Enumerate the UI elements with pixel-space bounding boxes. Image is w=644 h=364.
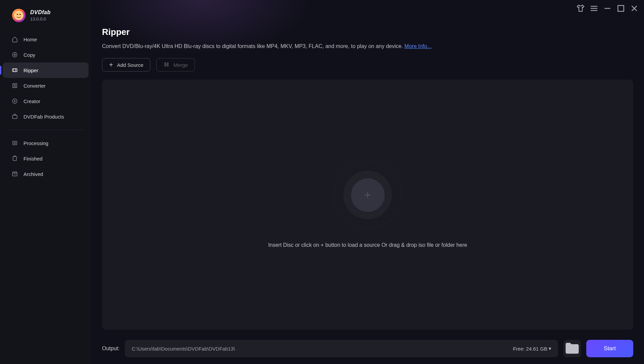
sidebar-item-copy[interactable]: Copy bbox=[3, 47, 89, 62]
sidebar-item-label: Finished bbox=[23, 156, 43, 162]
maximize-icon[interactable] bbox=[616, 3, 626, 13]
description-text: Convert DVD/Blu-ray/4K Ultra HD Blu-ray … bbox=[102, 43, 404, 49]
sidebar-item-label: Converter bbox=[23, 83, 46, 89]
add-source-label: Add Source bbox=[117, 62, 143, 68]
converter-icon bbox=[11, 82, 18, 89]
sidebar-item-home[interactable]: Home bbox=[3, 32, 89, 47]
svg-rect-5 bbox=[12, 69, 17, 72]
svg-rect-13 bbox=[618, 5, 624, 11]
svg-rect-7 bbox=[15, 84, 17, 88]
svg-point-0 bbox=[14, 11, 23, 20]
drop-zone-text: Insert Disc or click on + button to load… bbox=[268, 242, 467, 248]
nav-divider bbox=[7, 130, 84, 130]
drop-circle-outer: + bbox=[343, 171, 392, 219]
nav-secondary: Processing Finished Archived bbox=[0, 135, 91, 182]
finished-icon bbox=[11, 155, 18, 162]
close-icon[interactable] bbox=[629, 3, 639, 13]
sidebar-item-converter[interactable]: Converter bbox=[3, 78, 89, 93]
sidebar-item-ripper[interactable]: Ripper bbox=[3, 62, 89, 78]
svg-point-3 bbox=[12, 52, 17, 57]
archived-icon bbox=[11, 171, 18, 177]
output-path-box[interactable]: C:\Users\fab\Documents\DVDFab\DVDFab13\ … bbox=[125, 340, 558, 357]
main-area: Ripper Convert DVD/Blu-ray/4K Ultra HD B… bbox=[91, 0, 644, 364]
chevron-down-icon: ▾ bbox=[549, 346, 551, 352]
svg-point-2 bbox=[19, 14, 21, 15]
merge-button[interactable]: Merge bbox=[156, 58, 195, 72]
menu-icon[interactable] bbox=[589, 3, 599, 13]
drop-circle-wrap: + bbox=[334, 162, 401, 229]
content: Ripper Convert DVD/Blu-ray/4K Ultra HD B… bbox=[91, 17, 644, 364]
shirt-icon[interactable] bbox=[576, 3, 586, 13]
home-icon bbox=[11, 36, 18, 43]
logo-text: DVDfab 13.0.0.0 bbox=[30, 9, 51, 21]
sidebar: DVDfab 13.0.0.0 Home Copy Ripper Convert… bbox=[0, 0, 91, 364]
sidebar-item-products[interactable]: DVDFab Products bbox=[3, 109, 89, 124]
svg-rect-11 bbox=[13, 156, 17, 161]
plus-icon: + bbox=[109, 61, 113, 68]
output-free-space[interactable]: Free: 24.61 GB ▾ bbox=[513, 346, 551, 352]
free-space-text: Free: 24.61 GB bbox=[513, 346, 547, 352]
more-info-link[interactable]: More Info... bbox=[404, 43, 432, 49]
start-button[interactable]: Start bbox=[586, 340, 633, 357]
add-source-button[interactable]: + Add Source bbox=[102, 58, 150, 72]
drop-add-button[interactable]: + bbox=[351, 178, 385, 212]
processing-icon bbox=[11, 140, 18, 146]
drop-zone[interactable]: + Insert Disc or click on + button to lo… bbox=[102, 80, 633, 330]
app-version: 13.0.0.0 bbox=[30, 16, 51, 21]
minimize-icon[interactable] bbox=[602, 3, 612, 13]
creator-icon bbox=[11, 98, 18, 104]
sidebar-item-creator[interactable]: Creator bbox=[3, 93, 89, 109]
sidebar-item-label: Copy bbox=[23, 52, 35, 58]
app-name: DVDfab bbox=[30, 9, 51, 15]
merge-icon bbox=[163, 61, 169, 69]
plus-icon: + bbox=[364, 188, 371, 202]
output-path: C:\Users\fab\Documents\DVDFab\DVDFab13\ bbox=[132, 346, 513, 352]
page-title: Ripper bbox=[102, 27, 633, 37]
sidebar-item-finished[interactable]: Finished bbox=[3, 151, 89, 166]
svg-rect-10 bbox=[13, 141, 17, 145]
sidebar-item-archived[interactable]: Archived bbox=[3, 166, 89, 182]
svg-point-4 bbox=[14, 54, 16, 56]
sidebar-item-label: Home bbox=[23, 37, 37, 42]
sidebar-item-label: Archived bbox=[23, 171, 43, 177]
logo-section: DVDfab 13.0.0.0 bbox=[0, 9, 91, 22]
sidebar-item-label: DVDFab Products bbox=[23, 114, 64, 120]
browse-folder-button[interactable] bbox=[563, 340, 581, 357]
output-bar: Output: C:\Users\fab\Documents\DVDFab\DV… bbox=[102, 340, 633, 357]
sidebar-item-label: Processing bbox=[23, 140, 48, 146]
page-description: Convert DVD/Blu-ray/4K Ultra HD Blu-ray … bbox=[102, 43, 633, 49]
sidebar-item-label: Ripper bbox=[23, 67, 38, 73]
output-label: Output: bbox=[102, 346, 119, 352]
products-icon bbox=[11, 113, 18, 120]
toolbar: + Add Source Merge bbox=[102, 58, 633, 72]
svg-rect-6 bbox=[13, 84, 14, 88]
svg-point-1 bbox=[17, 14, 18, 15]
ripper-icon bbox=[11, 67, 18, 74]
merge-label: Merge bbox=[174, 62, 188, 68]
svg-rect-9 bbox=[12, 115, 17, 119]
sidebar-item-label: Creator bbox=[23, 98, 40, 104]
nav-primary: Home Copy Ripper Converter Creator DVDFa… bbox=[0, 32, 91, 124]
sidebar-item-processing[interactable]: Processing bbox=[3, 135, 89, 151]
app-logo-icon bbox=[12, 9, 26, 22]
copy-icon bbox=[11, 51, 18, 58]
titlebar bbox=[91, 0, 644, 17]
